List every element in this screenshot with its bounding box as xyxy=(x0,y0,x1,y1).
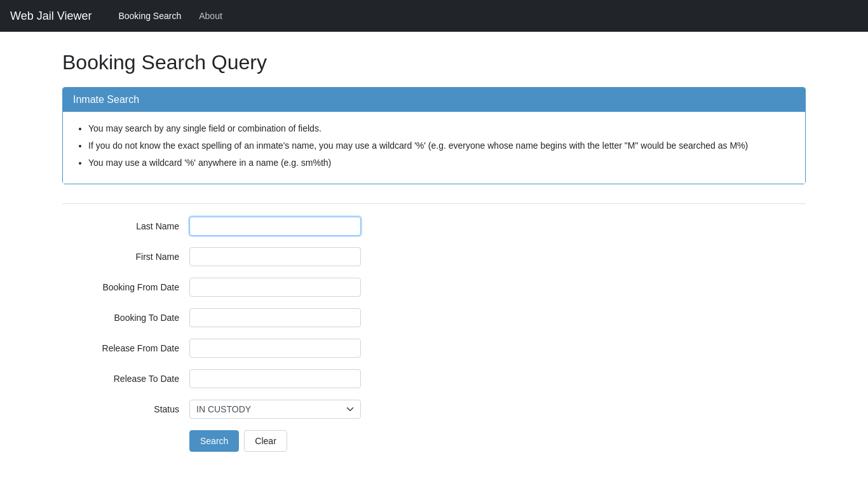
booking-from-date-input[interactable] xyxy=(189,278,361,297)
release-to-date-group: Release To Date xyxy=(62,369,806,388)
navbar-nav: Booking Search About xyxy=(111,6,229,26)
info-panel-body: You may search by any single field or co… xyxy=(63,112,805,184)
navbar-brand[interactable]: Web Jail Viewer xyxy=(10,10,92,23)
info-bullet-2: If you do not know the exact spelling of… xyxy=(88,139,792,152)
search-button[interactable]: Search xyxy=(189,430,239,452)
page-title: Booking Search Query xyxy=(62,51,806,74)
booking-from-date-group: Booking From Date xyxy=(62,278,806,297)
info-bullets: You may search by any single field or co… xyxy=(76,122,792,170)
status-label: Status xyxy=(62,404,189,414)
first-name-label: First Name xyxy=(62,252,189,262)
nav-item-about[interactable]: About xyxy=(191,6,230,26)
last-name-label: Last Name xyxy=(62,221,189,231)
booking-to-date-input[interactable] xyxy=(189,308,361,327)
release-from-date-input[interactable] xyxy=(189,339,361,358)
release-from-date-group: Release From Date xyxy=(62,339,806,358)
booking-to-date-label: Booking To Date xyxy=(62,313,189,323)
last-name-group: Last Name xyxy=(62,217,806,236)
release-from-date-label: Release From Date xyxy=(62,343,189,353)
nav-item-booking-search[interactable]: Booking Search xyxy=(111,6,189,26)
search-form: Last Name First Name Booking From Date B… xyxy=(62,217,806,452)
release-to-date-label: Release To Date xyxy=(62,374,189,384)
last-name-input[interactable] xyxy=(189,217,361,236)
info-bullet-1: You may search by any single field or co… xyxy=(88,122,792,135)
button-row: Search Clear xyxy=(189,430,806,452)
booking-from-date-label: Booking From Date xyxy=(62,282,189,292)
release-to-date-input[interactable] xyxy=(189,369,361,388)
first-name-input[interactable] xyxy=(189,247,361,266)
nav-link-about[interactable]: About xyxy=(191,6,230,26)
divider xyxy=(62,203,806,204)
info-panel-header: Inmate Search xyxy=(63,88,805,112)
info-panel: Inmate Search You may search by any sing… xyxy=(62,87,806,184)
first-name-group: First Name xyxy=(62,247,806,266)
info-bullet-3: You may use a wildcard '%' anywhere in a… xyxy=(88,156,792,170)
nav-link-booking-search[interactable]: Booking Search xyxy=(111,6,189,26)
booking-to-date-group: Booking To Date xyxy=(62,308,806,327)
clear-button[interactable]: Clear xyxy=(244,430,287,452)
status-group: Status IN CUSTODY RELEASED ALL xyxy=(62,400,806,419)
status-select[interactable]: IN CUSTODY RELEASED ALL xyxy=(189,400,361,419)
navbar: Web Jail Viewer Booking Search About xyxy=(0,0,868,32)
main-container: Booking Search Query Inmate Search You m… xyxy=(53,32,815,471)
